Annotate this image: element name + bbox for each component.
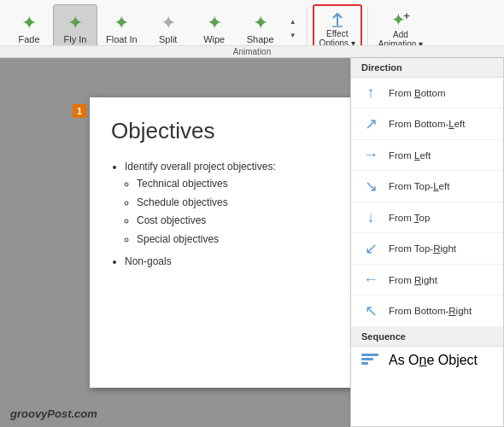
- direction-section-header: Direction: [351, 58, 503, 78]
- float-in-star-icon: ✦: [114, 14, 129, 32]
- float-in-label: Float In: [106, 34, 138, 44]
- main-content: 1 Objectives Identify overall project ob…: [0, 58, 504, 427]
- ribbon-scroll-down[interactable]: ▼: [286, 29, 300, 42]
- sequence-as-one-object[interactable]: As One Object: [351, 347, 503, 374]
- seq-bar-3: [361, 362, 368, 365]
- direction-from-top-left[interactable]: ↘ From Top-Left: [351, 171, 503, 202]
- wipe-label: Wipe: [203, 34, 225, 44]
- from-top-right-icon: ↙: [361, 239, 380, 258]
- from-top-right-label: From Top-Right: [389, 243, 456, 254]
- from-bottom-label: From Bottom: [389, 88, 445, 98]
- from-top-left-icon: ↘: [361, 177, 380, 196]
- split-star-icon: ✦: [161, 14, 176, 32]
- direction-from-bottom-left[interactable]: ↗ From Bottom-Left: [351, 108, 503, 140]
- seq-bar-1: [361, 354, 378, 356]
- from-top-icon: ↓: [361, 208, 380, 226]
- ribbon: ✦ Fade ✦ Fly In ✦ Float In ✦ Split ✦ Wip…: [0, 0, 504, 58]
- from-bottom-right-label: From Bottom-Right: [389, 306, 472, 316]
- from-right-icon: ←: [361, 271, 380, 289]
- effect-options-dropdown: Direction ↑ From Bottom ↗ From Bottom-Le…: [350, 58, 504, 427]
- from-bottom-left-label: From Bottom-Left: [389, 119, 466, 129]
- from-top-label: From Top: [389, 213, 430, 223]
- from-right-label: From Right: [389, 275, 437, 285]
- direction-from-bottom[interactable]: ↑ From Bottom: [351, 78, 503, 108]
- from-left-label: From Left: [389, 150, 431, 161]
- sequence-icon: [361, 354, 380, 367]
- ribbon-scroll: ▲ ▼: [286, 15, 300, 41]
- from-top-left-label: From Top-Left: [389, 181, 449, 191]
- ribbon-separator: [307, 7, 308, 51]
- ribbon-scroll-up[interactable]: ▲: [286, 15, 300, 28]
- slide-number: 1: [73, 104, 86, 118]
- watermark: groovyPost.com: [10, 407, 97, 420]
- sequence-as-one-label: As One Object: [389, 353, 478, 368]
- ribbon-section-label: Animation: [0, 45, 504, 57]
- split-label: Split: [159, 34, 177, 44]
- sequence-section-header: Sequence: [351, 327, 503, 347]
- fly-in-star-icon: ✦: [67, 14, 83, 32]
- effect-options-icon: [328, 10, 347, 29]
- add-animation-icon: ✦+: [391, 9, 410, 30]
- seq-bar-2: [361, 358, 373, 360]
- from-left-icon: →: [361, 146, 380, 164]
- shape-label: Shape: [247, 34, 274, 44]
- from-bottom-left-icon: ↗: [361, 114, 380, 133]
- direction-from-top[interactable]: ↓ From Top: [351, 202, 503, 233]
- direction-from-top-right[interactable]: ↙ From Top-Right: [351, 233, 503, 265]
- ribbon-separator-2: [367, 7, 368, 51]
- direction-from-left[interactable]: → From Left: [351, 140, 503, 171]
- direction-from-right[interactable]: ← From Right: [351, 265, 503, 295]
- fade-star-icon: ✦: [21, 14, 37, 32]
- wipe-star-icon: ✦: [207, 14, 222, 32]
- from-bottom-right-icon: ↖: [361, 301, 380, 320]
- fly-in-label: Fly In: [64, 34, 87, 44]
- fade-label: Fade: [18, 34, 39, 44]
- from-bottom-icon: ↑: [361, 84, 380, 102]
- shape-star-icon: ✦: [253, 14, 268, 32]
- direction-from-bottom-right[interactable]: ↖ From Bottom-Right: [351, 295, 503, 327]
